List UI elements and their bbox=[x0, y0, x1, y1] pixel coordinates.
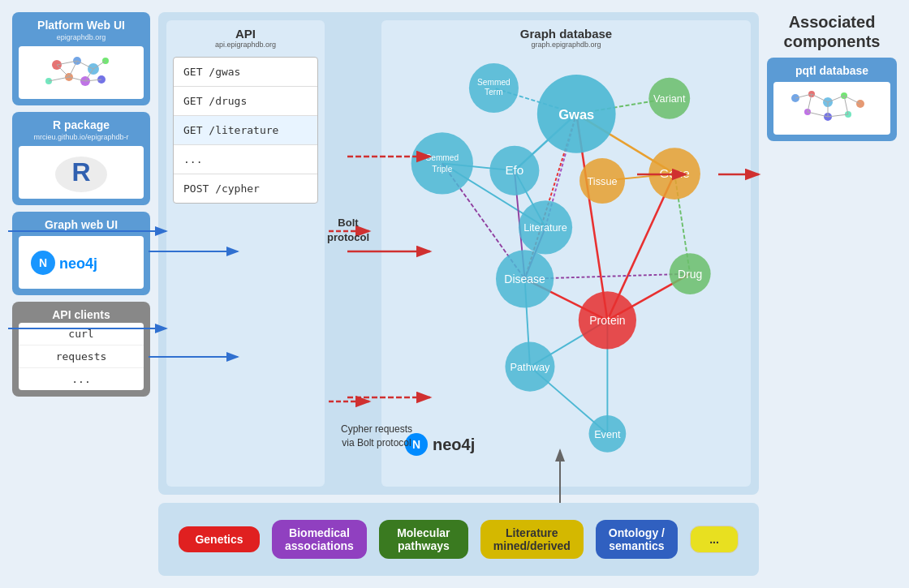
svg-text:Gwas: Gwas bbox=[558, 107, 594, 122]
svg-text:neo4j: neo4j bbox=[59, 255, 97, 272]
source-other: ... bbox=[690, 526, 739, 553]
api-client-curl: curl bbox=[19, 323, 144, 346]
svg-text:N: N bbox=[412, 438, 420, 451]
svg-text:Pathway: Pathway bbox=[511, 361, 550, 373]
source-genetics: Genetics bbox=[179, 526, 260, 552]
graph-visualization: Gwas Semmed Term Variant Semmed Triple bbox=[388, 52, 744, 465]
svg-text:Efo: Efo bbox=[505, 163, 523, 177]
api-client-ellipsis: ... bbox=[19, 368, 144, 390]
svg-line-96 bbox=[844, 96, 848, 114]
api-clients-title: API clients bbox=[19, 308, 144, 321]
pqtl-image bbox=[773, 82, 890, 135]
api-panel: API api.epigraphdb.org GET /gwas GET /dr… bbox=[166, 20, 325, 487]
svg-text:R: R bbox=[71, 157, 90, 187]
svg-text:Drug: Drug bbox=[678, 268, 702, 281]
svg-text:Semmed: Semmed bbox=[477, 78, 511, 87]
bolt-protocol-label: Boltprotocol bbox=[327, 216, 369, 245]
r-package-subtitle: mrcieu.github.io/epigraphdb-r bbox=[19, 133, 144, 141]
svg-line-94 bbox=[808, 94, 812, 112]
svg-text:Tissue: Tissue bbox=[588, 175, 618, 187]
api-clients-card: API clients curl requests ... bbox=[12, 302, 150, 397]
svg-text:Term: Term bbox=[485, 88, 503, 97]
neo4j-logo: N neo4j bbox=[404, 432, 475, 457]
api-clients-list: curl requests ... bbox=[19, 323, 144, 390]
svg-text:Event: Event bbox=[594, 428, 621, 440]
svg-text:Literature: Literature bbox=[523, 221, 567, 234]
r-package-card: R package mrcieu.github.io/epigraphdb-r … bbox=[12, 112, 150, 205]
endpoint-cypher: POST /cypher bbox=[174, 174, 317, 203]
source-literature: Literaturemined/derived bbox=[480, 520, 584, 559]
r-package-image: R bbox=[19, 146, 144, 199]
right-sidebar: Associatedcomponents pqtl database bbox=[767, 12, 897, 576]
bottom-sources: Genetics Biomedicalassociations Molecula… bbox=[158, 503, 759, 576]
graph-web-ui-title: Graph web UI bbox=[19, 218, 144, 231]
graph-web-ui-image: N neo4j bbox=[19, 236, 144, 289]
svg-line-91 bbox=[844, 96, 860, 104]
r-package-title: R package bbox=[19, 118, 144, 131]
svg-point-52 bbox=[411, 132, 473, 194]
endpoint-gwas: GET /gwas bbox=[174, 58, 317, 87]
svg-line-14 bbox=[69, 61, 77, 77]
endpoint-ellipsis: ... bbox=[174, 145, 317, 174]
left-sidebar: Platform Web UI epigraphdb.org bbox=[12, 12, 150, 576]
svg-text:Semmed: Semmed bbox=[425, 153, 459, 162]
graph-web-ui-card: Graph web UI N neo4j bbox=[12, 212, 150, 295]
api-panel-title: API bbox=[173, 27, 318, 41]
pqtl-card: pqtl database bbox=[767, 58, 897, 141]
source-molecular: Molecularpathways bbox=[379, 520, 468, 559]
associated-components-title: Associatedcomponents bbox=[767, 12, 897, 51]
center-content: API api.epigraphdb.org GET /gwas GET /dr… bbox=[158, 12, 759, 576]
source-ontology: Ontology /semantics bbox=[596, 520, 678, 559]
endpoint-drugs: GET /drugs bbox=[174, 87, 317, 116]
platform-web-ui-card: Platform Web UI epigraphdb.org bbox=[12, 12, 150, 105]
endpoint-literature: GET /literature bbox=[174, 116, 317, 145]
pqtl-title: pqtl database bbox=[773, 64, 890, 77]
svg-text:Variant: Variant bbox=[653, 92, 686, 105]
api-panel-subtitle: api.epigraphdb.org bbox=[173, 41, 318, 49]
svg-text:Triple: Triple bbox=[432, 165, 452, 174]
svg-text:Protein: Protein bbox=[589, 314, 625, 327]
graph-db-title: Graph database bbox=[388, 27, 744, 41]
top-center-area: API api.epigraphdb.org GET /gwas GET /dr… bbox=[158, 12, 759, 495]
graph-db-subtitle: graph.epigraphdb.org bbox=[388, 41, 744, 49]
platform-web-ui-subtitle: epigraphdb.org bbox=[19, 33, 144, 41]
source-biomedical: Biomedicalassociations bbox=[272, 520, 367, 559]
svg-text:Disease: Disease bbox=[504, 273, 545, 285]
api-endpoints-list: GET /gwas GET /drugs GET /literature ...… bbox=[173, 57, 318, 204]
api-client-requests: requests bbox=[19, 346, 144, 368]
platform-web-ui-title: Platform Web UI bbox=[19, 19, 144, 32]
cypher-label: Cypher requestsvia Bolt protocol bbox=[341, 423, 412, 450]
platform-web-ui-image bbox=[19, 46, 144, 99]
svg-line-11 bbox=[57, 65, 69, 77]
main-container: Platform Web UI epigraphdb.org bbox=[0, 0, 909, 588]
svg-text:Gene: Gene bbox=[659, 166, 689, 180]
svg-text:N: N bbox=[39, 256, 47, 269]
graph-db-panel: Graph database graph.epigraphdb.org bbox=[381, 20, 751, 487]
